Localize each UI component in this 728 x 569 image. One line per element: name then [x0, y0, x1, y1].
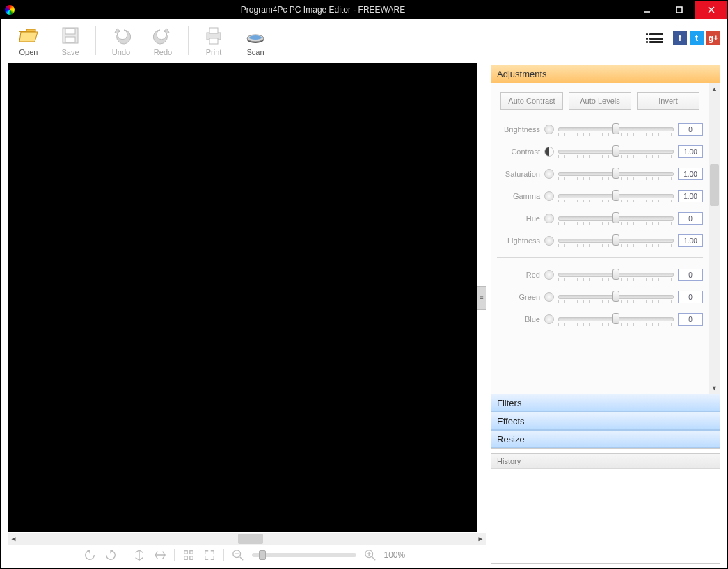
svg-rect-16	[189, 556, 193, 560]
scroll-left-icon[interactable]: ◄	[8, 533, 19, 545]
canvas-h-scrollbar[interactable]: ◄ ►	[8, 533, 486, 545]
red-icon	[544, 270, 554, 280]
invert-button[interactable]: Invert	[637, 92, 699, 110]
svg-rect-8	[209, 28, 218, 33]
print-label: Print	[206, 48, 222, 56]
adjustments-scrollbar[interactable]: ▲ ▼	[709, 83, 720, 394]
green-value[interactable]: 0	[678, 291, 703, 303]
effects-header[interactable]: Effects	[491, 412, 720, 430]
redo-icon	[152, 24, 174, 47]
saturation-value[interactable]: 1.00	[678, 168, 703, 180]
open-label: Open	[19, 48, 38, 56]
contrast-value[interactable]: 1.00	[678, 145, 703, 158]
rotate-right-button[interactable]	[104, 548, 118, 562]
hue-row: Hue 0	[497, 209, 703, 228]
green-row: Green 0	[497, 287, 703, 307]
scroll-down-icon[interactable]: ▼	[709, 383, 720, 394]
resize-header[interactable]: Resize	[491, 430, 720, 448]
maximize-button[interactable]	[663, 1, 695, 19]
side-toggle-handle[interactable]: ≡	[477, 286, 486, 310]
adjustments-body: Auto Contrast Auto Levels Invert Brightn…	[491, 83, 709, 394]
blue-row: Blue 0	[497, 310, 703, 329]
contrast-row: Contrast 1.00	[497, 142, 703, 161]
lightness-value[interactable]: 1.00	[678, 234, 703, 247]
svg-rect-1	[676, 7, 682, 13]
gamma-value[interactable]: 1.00	[678, 190, 703, 202]
filters-header[interactable]: Filters	[491, 394, 720, 412]
canvas-area: ≡ ◄ ► 100%	[1, 62, 486, 568]
menu-icon[interactable]	[649, 31, 663, 45]
undo-label: Undo	[112, 48, 130, 56]
save-icon	[59, 24, 81, 47]
fit-screen-button[interactable]	[182, 548, 196, 562]
v-scroll-thumb[interactable]	[710, 164, 719, 206]
scan-icon	[244, 24, 267, 47]
flip-horizontal-button[interactable]	[153, 548, 167, 562]
blue-value[interactable]: 0	[678, 313, 703, 326]
lightness-slider[interactable]	[558, 234, 674, 247]
saturation-slider[interactable]	[558, 168, 674, 180]
lightness-icon	[544, 236, 554, 246]
actual-size-button[interactable]	[203, 548, 216, 562]
redo-button[interactable]: Redo	[146, 24, 180, 56]
scroll-up-icon[interactable]: ▲	[709, 83, 720, 95]
hue-value[interactable]: 0	[678, 212, 703, 225]
lightness-label: Lightness	[497, 237, 540, 245]
lightness-row: Lightness 1.00	[497, 231, 703, 250]
image-canvas[interactable]	[8, 63, 477, 532]
adjustments-header[interactable]: Adjustments	[491, 65, 720, 83]
contrast-icon	[544, 147, 554, 157]
close-button[interactable]	[695, 1, 727, 19]
svg-point-12	[249, 35, 262, 40]
print-button[interactable]: Print	[197, 24, 230, 56]
auto-contrast-button[interactable]: Auto Contrast	[500, 92, 563, 110]
hue-label: Hue	[497, 214, 540, 223]
svg-line-18	[239, 557, 243, 561]
h-scroll-thumb[interactable]	[238, 534, 263, 544]
undo-icon	[110, 24, 132, 47]
history-list[interactable]	[491, 469, 720, 563]
brightness-value[interactable]: 0	[678, 123, 703, 136]
brightness-slider[interactable]	[558, 123, 674, 136]
googleplus-button[interactable]: g+	[706, 31, 720, 45]
twitter-button[interactable]: t	[690, 31, 704, 45]
auto-levels-button[interactable]: Auto Levels	[569, 92, 631, 110]
contrast-slider[interactable]	[558, 145, 674, 158]
svg-rect-5	[65, 29, 75, 34]
save-label: Save	[61, 48, 79, 56]
minimize-button[interactable]	[631, 1, 663, 19]
red-row: Red 0	[497, 265, 703, 284]
app-icon	[5, 5, 15, 15]
undo-button[interactable]: Undo	[104, 24, 138, 56]
title-bar: Program4Pc PC Image Editor - FREEWARE	[1, 1, 727, 19]
window-controls	[631, 1, 727, 19]
zoom-thumb[interactable]	[259, 550, 266, 560]
gamma-slider[interactable]	[558, 190, 674, 202]
facebook-button[interactable]: f	[673, 31, 687, 45]
hue-slider[interactable]	[558, 212, 674, 225]
saturation-label: Saturation	[497, 170, 540, 178]
history-panel: History	[491, 453, 720, 564]
flip-vertical-button[interactable]	[132, 548, 146, 562]
svg-rect-13	[184, 551, 187, 554]
green-slider[interactable]	[558, 291, 674, 303]
print-icon	[203, 24, 225, 47]
zoom-slider[interactable]	[252, 553, 356, 557]
right-panel: Adjustments Auto Contrast Auto Levels In…	[486, 62, 727, 568]
gamma-icon	[544, 191, 554, 201]
scroll-right-icon[interactable]: ►	[475, 533, 486, 545]
rotate-left-button[interactable]	[83, 548, 97, 562]
scan-label: Scan	[246, 48, 264, 56]
open-button[interactable]: Open	[12, 24, 45, 56]
gamma-row: Gamma 1.00	[497, 186, 703, 206]
brightness-icon	[544, 125, 554, 134]
red-value[interactable]: 0	[678, 269, 703, 281]
red-slider[interactable]	[558, 269, 674, 281]
save-button[interactable]: Save	[54, 24, 87, 56]
svg-rect-15	[184, 556, 187, 560]
zoom-percent: 100%	[384, 550, 412, 560]
zoom-in-button[interactable]	[363, 548, 377, 562]
zoom-out-button[interactable]	[231, 548, 245, 562]
scan-button[interactable]: Scan	[239, 24, 272, 56]
blue-slider[interactable]	[558, 313, 674, 326]
